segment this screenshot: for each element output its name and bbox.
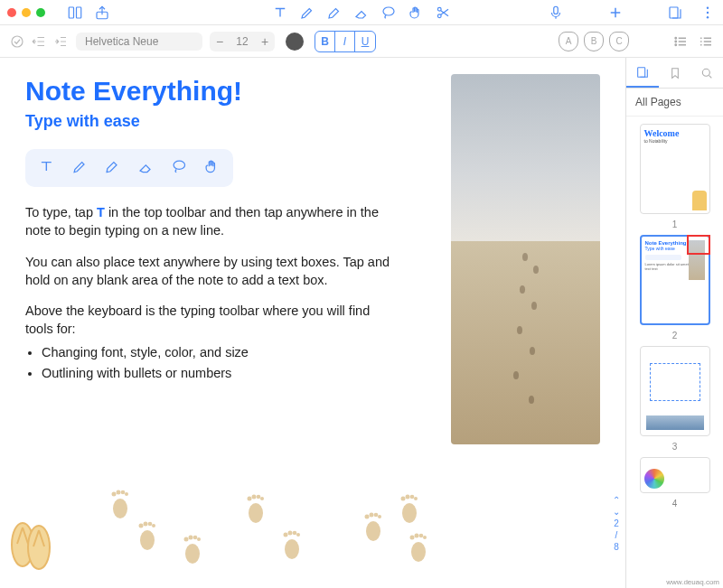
page-down-icon[interactable]: ⌄ bbox=[613, 507, 620, 517]
favorite-c[interactable]: C bbox=[609, 32, 629, 51]
svg-rect-7 bbox=[670, 7, 678, 18]
svg-point-53 bbox=[411, 542, 426, 562]
traffic-lights bbox=[7, 8, 45, 17]
outdent-icon[interactable] bbox=[31, 33, 47, 50]
svg-point-18 bbox=[113, 499, 127, 518]
scissors-tool-icon[interactable] bbox=[435, 5, 451, 21]
svg-point-33 bbox=[249, 503, 263, 523]
tray-lasso-icon[interactable] bbox=[171, 158, 188, 178]
color-swatch[interactable] bbox=[286, 33, 304, 51]
svg-point-30 bbox=[189, 536, 193, 540]
favorite-a[interactable]: A bbox=[559, 32, 578, 51]
svg-point-46 bbox=[374, 513, 379, 518]
maximize-window-button[interactable] bbox=[36, 8, 45, 17]
bullet-list-icon[interactable] bbox=[672, 33, 689, 50]
checkmark-circle-icon[interactable] bbox=[9, 33, 25, 50]
svg-point-44 bbox=[365, 515, 370, 519]
svg-point-45 bbox=[370, 513, 374, 518]
microphone-icon[interactable] bbox=[548, 5, 564, 21]
svg-point-32 bbox=[197, 537, 201, 541]
tray-eraser-icon[interactable] bbox=[137, 158, 155, 178]
svg-rect-1 bbox=[77, 7, 81, 18]
page-control: ⌃ ⌄ 2 / 8 bbox=[613, 495, 620, 552]
eraser-tool-icon[interactable] bbox=[353, 5, 370, 21]
font-size-stepper: − 12 + bbox=[210, 32, 275, 51]
svg-point-54 bbox=[410, 536, 415, 540]
svg-point-55 bbox=[415, 534, 419, 538]
sidebar-header: All Pages bbox=[626, 89, 723, 117]
tab-pages[interactable] bbox=[626, 58, 659, 88]
sidebar-tabs bbox=[626, 58, 723, 89]
svg-point-42 bbox=[296, 533, 300, 537]
lasso-tool-icon[interactable] bbox=[380, 5, 397, 21]
highlight-marker bbox=[687, 235, 710, 255]
close-window-button[interactable] bbox=[7, 8, 16, 17]
pages-panel-icon[interactable] bbox=[667, 5, 683, 21]
underline-button[interactable]: U bbox=[355, 32, 375, 51]
svg-point-49 bbox=[401, 497, 406, 501]
page-current: 2 bbox=[614, 518, 619, 528]
p1-t-glyph: T bbox=[97, 205, 105, 219]
watermark: www.deuaq.com bbox=[666, 578, 719, 586]
text-tool-icon[interactable] bbox=[272, 5, 288, 21]
svg-point-43 bbox=[366, 521, 380, 541]
svg-point-29 bbox=[184, 537, 189, 542]
share-icon[interactable] bbox=[94, 5, 110, 21]
svg-point-4 bbox=[437, 7, 441, 11]
titlebar-left bbox=[7, 5, 110, 21]
minimize-window-button[interactable] bbox=[22, 8, 31, 17]
thumbnail-number: 1 bbox=[672, 219, 678, 229]
tray-text-icon[interactable] bbox=[38, 158, 55, 178]
svg-rect-0 bbox=[69, 7, 73, 18]
page-sep: / bbox=[615, 530, 618, 540]
italic-button[interactable]: I bbox=[335, 32, 355, 51]
tab-bookmarks[interactable] bbox=[659, 58, 691, 88]
thumbnails-list: Welcometo Notability1Note Everything!Typ… bbox=[626, 117, 723, 588]
paragraph-1: To type, tap T in the top toolbar and th… bbox=[25, 203, 396, 240]
add-icon[interactable] bbox=[607, 5, 624, 21]
paragraph-3: Above the keyboard is the typing toolbar… bbox=[25, 302, 396, 339]
svg-point-57 bbox=[423, 536, 427, 539]
hand-tool-icon[interactable] bbox=[408, 5, 424, 21]
page-total: 8 bbox=[614, 542, 619, 552]
window-titlebar bbox=[0, 0, 723, 25]
svg-point-52 bbox=[414, 497, 418, 500]
font-selector[interactable]: Helvetica Neue bbox=[76, 33, 202, 51]
toolbar-tools bbox=[272, 5, 451, 21]
page-thumbnail[interactable] bbox=[640, 346, 710, 436]
thumbnail-number: 4 bbox=[672, 499, 678, 509]
more-icon[interactable] bbox=[700, 5, 716, 21]
note-canvas[interactable]: Note Everything! Type with ease To type,… bbox=[0, 58, 625, 588]
font-size-increase[interactable]: + bbox=[255, 32, 275, 51]
font-size-decrease[interactable]: − bbox=[210, 32, 230, 51]
indent-icon[interactable] bbox=[52, 33, 69, 50]
page-thumbnail[interactable]: Note Everything!Type with easeLorem ipsu… bbox=[640, 235, 710, 325]
page-up-icon[interactable]: ⌃ bbox=[613, 495, 620, 505]
text-style-group: B I U bbox=[315, 31, 376, 52]
tray-highlighter-icon[interactable] bbox=[104, 158, 121, 178]
svg-point-56 bbox=[419, 534, 424, 538]
svg-point-50 bbox=[406, 495, 410, 499]
svg-point-23 bbox=[140, 530, 155, 550]
svg-point-51 bbox=[410, 495, 415, 499]
tray-pencil-icon[interactable] bbox=[71, 158, 89, 178]
highlighter-tool-icon[interactable] bbox=[326, 5, 343, 21]
checklist-icon[interactable] bbox=[698, 33, 714, 50]
page-thumbnail[interactable] bbox=[640, 457, 710, 493]
svg-point-22 bbox=[125, 492, 128, 496]
svg-point-40 bbox=[288, 531, 293, 536]
svg-point-5 bbox=[437, 14, 441, 17]
page-thumbnail[interactable]: Welcometo Notability bbox=[640, 124, 710, 214]
bold-button[interactable]: B bbox=[315, 32, 335, 51]
svg-point-34 bbox=[248, 497, 252, 501]
svg-point-25 bbox=[144, 522, 148, 527]
pencil-tool-icon[interactable] bbox=[299, 5, 315, 21]
svg-point-11 bbox=[12, 36, 23, 47]
svg-point-13 bbox=[675, 41, 677, 42]
tray-hand-icon[interactable] bbox=[203, 158, 221, 178]
svg-point-31 bbox=[193, 536, 198, 540]
svg-point-21 bbox=[121, 490, 126, 495]
tab-search[interactable] bbox=[690, 58, 723, 88]
favorite-b[interactable]: B bbox=[584, 32, 604, 51]
library-icon[interactable] bbox=[67, 5, 83, 21]
